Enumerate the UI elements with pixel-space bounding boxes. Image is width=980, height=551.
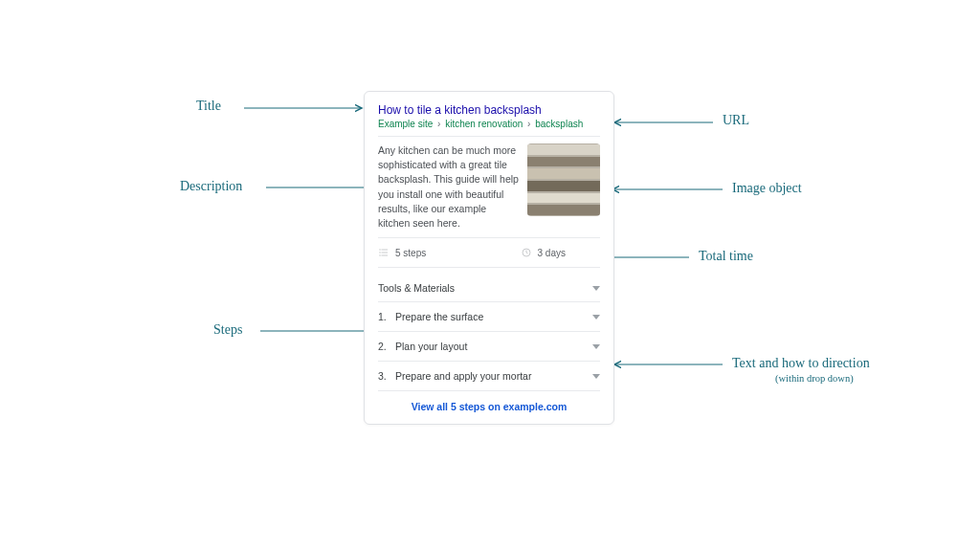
- step-row[interactable]: 2. Plan your layout: [378, 331, 600, 361]
- result-title[interactable]: How to tile a kitchen backsplash: [378, 103, 600, 117]
- divider: [378, 267, 600, 268]
- step-number: 2.: [378, 341, 395, 352]
- result-image: [527, 143, 600, 216]
- step-row[interactable]: 1. Prepare the surface: [378, 301, 600, 331]
- chevron-down-icon: [592, 344, 600, 349]
- crumb-1: Example site: [378, 119, 433, 129]
- annotation-image: Image object: [732, 181, 802, 196]
- crumb-2: kitchen renovation: [445, 119, 523, 129]
- result-meta-row: 5 steps 3 days: [378, 245, 600, 260]
- annotation-title: Title: [196, 99, 221, 114]
- chevron-down-icon: [592, 315, 600, 320]
- steps-list: 1. Prepare the surface 2. Plan your layo…: [378, 301, 600, 390]
- howto-rich-result-card: How to tile a kitchen backsplash Example…: [364, 91, 614, 425]
- chevron-down-icon: [592, 286, 600, 291]
- step-number: 3.: [378, 370, 395, 382]
- svg-point-10: [380, 250, 381, 251]
- annotation-total-time: Total time: [699, 249, 753, 264]
- view-all-link[interactable]: View all 5 steps on example.com: [378, 390, 600, 414]
- annotation-url: URL: [723, 113, 749, 128]
- result-breadcrumb[interactable]: Example site › kitchen renovation › back…: [378, 119, 600, 129]
- crumb-sep: ›: [525, 119, 532, 129]
- svg-point-11: [380, 253, 381, 253]
- step-number: 1.: [378, 311, 395, 322]
- chevron-down-icon: [592, 374, 600, 379]
- tools-materials-row[interactable]: Tools & Materials: [378, 275, 600, 301]
- divider: [378, 237, 600, 238]
- crumb-sep: ›: [435, 119, 442, 129]
- annotation-description: Description: [180, 179, 242, 194]
- total-time: 3 days: [538, 248, 566, 258]
- step-row[interactable]: 3. Prepare and apply your mortar: [378, 361, 600, 390]
- crumb-3: backsplash: [535, 119, 583, 129]
- annotation-howto: Text and how to direction: [732, 356, 870, 371]
- divider: [378, 136, 600, 137]
- annotation-howto-sub: (within drop down): [775, 373, 854, 384]
- list-icon: [378, 247, 390, 258]
- step-label: Plan your layout: [395, 341, 592, 352]
- svg-point-12: [380, 255, 381, 256]
- tools-materials-label: Tools & Materials: [378, 282, 592, 294]
- clock-icon: [521, 247, 532, 258]
- result-body: Any kitchen can be much more sophisticat…: [378, 143, 600, 231]
- steps-count: 5 steps: [395, 248, 426, 258]
- step-label: Prepare the surface: [395, 311, 592, 322]
- result-description: Any kitchen can be much more sophisticat…: [378, 143, 520, 231]
- step-label: Prepare and apply your mortar: [395, 370, 592, 382]
- diagram-canvas: Title URL Description Image object Total…: [0, 0, 980, 551]
- annotation-steps: Steps: [213, 322, 242, 338]
